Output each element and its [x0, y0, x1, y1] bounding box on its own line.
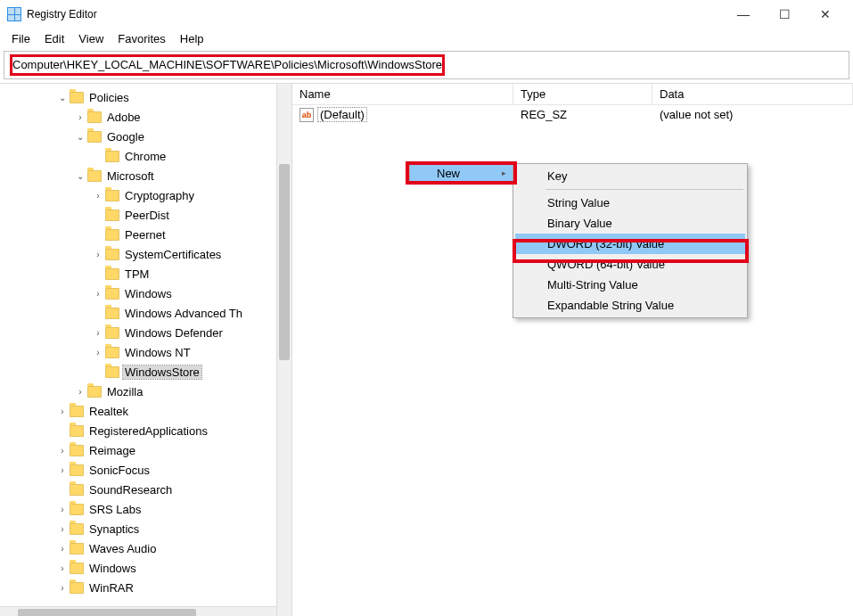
folder-icon	[105, 151, 119, 162]
folder-icon	[105, 268, 119, 280]
chevron-down-icon[interactable]: ⌄	[55, 93, 70, 103]
tree-node-wavesaudio[interactable]: ›Waves Audio	[0, 538, 291, 558]
tree-node-mozilla[interactable]: ›Mozilla	[0, 382, 291, 401]
context-menu-item-new[interactable]: New ▸	[410, 165, 513, 181]
window-controls: — ☐ ✕	[723, 1, 846, 28]
folder-icon	[70, 543, 84, 554]
value-name: (Default)	[317, 107, 367, 122]
folder-icon	[70, 504, 84, 515]
context-submenu-new[interactable]: Key String Value Binary Value DWORD (32-…	[513, 163, 748, 318]
maximize-button[interactable]: ☐	[764, 1, 805, 28]
tree-node-chrome[interactable]: Chrome	[0, 146, 291, 166]
chevron-right-icon[interactable]: ›	[55, 583, 70, 593]
minimize-button[interactable]: —	[723, 1, 764, 28]
chevron-down-icon[interactable]: ⌄	[73, 171, 87, 181]
folder-icon	[105, 190, 119, 201]
tree-node-soundresearch[interactable]: SoundResearch	[0, 480, 291, 499]
column-header-name[interactable]: Name	[292, 84, 513, 104]
menu-edit[interactable]: Edit	[38, 30, 70, 47]
address-input[interactable]: Computer\HKEY_LOCAL_MACHINE\SOFTWARE\Pol…	[4, 51, 849, 79]
tree-node-policies[interactable]: ⌄ Policies	[0, 87, 291, 107]
tree-node-tpm[interactable]: TPM	[0, 264, 291, 283]
tree-node-windows-2[interactable]: ›Windows	[0, 558, 291, 578]
column-header-data[interactable]: Data	[652, 84, 853, 104]
tree-node-google[interactable]: ⌄Google	[0, 127, 291, 146]
tree-node-systemcertificates[interactable]: ›SystemCertificates	[0, 244, 291, 264]
folder-icon	[105, 288, 119, 300]
folder-icon	[105, 229, 119, 241]
submenu-item-expandable-string-value[interactable]: Expandable String Value	[515, 295, 745, 316]
menu-file[interactable]: File	[5, 30, 37, 47]
tree-node-windows-defender[interactable]: ›Windows Defender	[0, 323, 291, 342]
menu-help[interactable]: Help	[174, 30, 210, 47]
tree-node-windows[interactable]: ›Windows	[0, 283, 291, 303]
scrollbar-thumb[interactable]	[279, 164, 290, 360]
chevron-right-icon[interactable]: ›	[91, 328, 105, 338]
tree-node-realtek[interactable]: ›Realtek	[0, 401, 291, 421]
address-highlight: Computer\HKEY_LOCAL_MACHINE\SOFTWARE\Pol…	[10, 54, 445, 76]
folder-icon	[70, 464, 84, 476]
close-button[interactable]: ✕	[805, 1, 846, 28]
menu-separator	[545, 189, 743, 190]
chevron-right-icon[interactable]: ›	[55, 446, 70, 456]
chevron-right-icon[interactable]: ›	[91, 289, 105, 299]
scrollbar-thumb[interactable]	[18, 609, 196, 616]
folder-icon	[87, 111, 102, 123]
address-bar-row: Computer\HKEY_LOCAL_MACHINE\SOFTWARE\Pol…	[0, 51, 853, 83]
submenu-item-dword-value[interactable]: DWORD (32-bit) Value	[515, 234, 745, 254]
tree-node-synaptics[interactable]: ›Synaptics	[0, 519, 291, 538]
menu-favorites[interactable]: Favorites	[111, 30, 171, 47]
chevron-right-icon[interactable]: ›	[55, 563, 70, 573]
chevron-right-icon[interactable]: ›	[55, 465, 70, 475]
folder-icon	[105, 327, 119, 339]
chevron-right-icon[interactable]: ›	[55, 407, 70, 416]
context-menu-item-label: New	[437, 167, 460, 180]
tree-node-srslabs[interactable]: ›SRS Labs	[0, 499, 291, 519]
folder-icon	[105, 347, 119, 358]
string-value-icon: ab	[299, 108, 314, 122]
submenu-arrow-icon: ▸	[502, 168, 506, 177]
value-data: (value not set)	[652, 108, 853, 121]
folder-icon	[70, 582, 84, 594]
submenu-item-key[interactable]: Key	[515, 166, 745, 186]
chevron-right-icon[interactable]: ›	[55, 524, 70, 534]
context-menu-new[interactable]: New ▸	[409, 164, 514, 182]
menu-view[interactable]: View	[72, 30, 110, 47]
tree-node-microsoft[interactable]: ⌄Microsoft	[0, 166, 291, 185]
tree-node-windowsstore[interactable]: WindowsStore	[0, 362, 291, 382]
tree-node-windows-nt[interactable]: ›Windows NT	[0, 342, 291, 362]
submenu-item-binary-value[interactable]: Binary Value	[515, 213, 745, 234]
chevron-down-icon[interactable]: ⌄	[73, 132, 87, 142]
folder-icon	[70, 92, 84, 103]
tree-node-sonicfocus[interactable]: ›SonicFocus	[0, 460, 291, 480]
chevron-right-icon[interactable]: ›	[73, 112, 87, 122]
tree-node-reimage[interactable]: ›Reimage	[0, 440, 291, 460]
submenu-item-string-value[interactable]: String Value	[515, 193, 745, 213]
tree-node-peerdist[interactable]: PeerDist	[0, 205, 291, 225]
tree-node-peernet[interactable]: Peernet	[0, 225, 291, 244]
folder-icon	[105, 249, 119, 260]
tree-panel: ⌄ Policies ›Adobe ⌄Google Chrome	[0, 84, 292, 616]
tree-node-windows-advanced-threat[interactable]: Windows Advanced Th	[0, 303, 291, 323]
submenu-item-multistring-value[interactable]: Multi-String Value	[515, 275, 745, 295]
folder-icon	[70, 425, 84, 437]
tree-node-winrar[interactable]: ›WinRAR	[0, 578, 291, 597]
chevron-right-icon[interactable]: ›	[91, 348, 105, 357]
tree-horizontal-scrollbar[interactable]	[0, 606, 276, 616]
column-header-type[interactable]: Type	[513, 84, 652, 104]
tree-node-registeredapplications[interactable]: RegisteredApplications	[0, 421, 291, 440]
chevron-right-icon[interactable]: ›	[55, 544, 70, 554]
tree-node-cryptography[interactable]: ›Cryptography	[0, 185, 291, 205]
chevron-right-icon[interactable]: ›	[91, 250, 105, 259]
menubar: File Edit View Favorites Help	[0, 29, 853, 51]
submenu-item-qword-value[interactable]: QWORD (64-bit) Value	[515, 254, 745, 275]
chevron-right-icon[interactable]: ›	[91, 191, 105, 201]
folder-icon	[87, 386, 102, 398]
value-type: REG_SZ	[513, 108, 652, 121]
folder-icon	[87, 131, 102, 143]
tree-vertical-scrollbar[interactable]	[276, 84, 291, 616]
value-row-default[interactable]: ab (Default) REG_SZ (value not set)	[292, 105, 853, 124]
tree-node-adobe[interactable]: ›Adobe	[0, 107, 291, 127]
chevron-right-icon[interactable]: ›	[55, 505, 70, 514]
chevron-right-icon[interactable]: ›	[73, 387, 87, 397]
